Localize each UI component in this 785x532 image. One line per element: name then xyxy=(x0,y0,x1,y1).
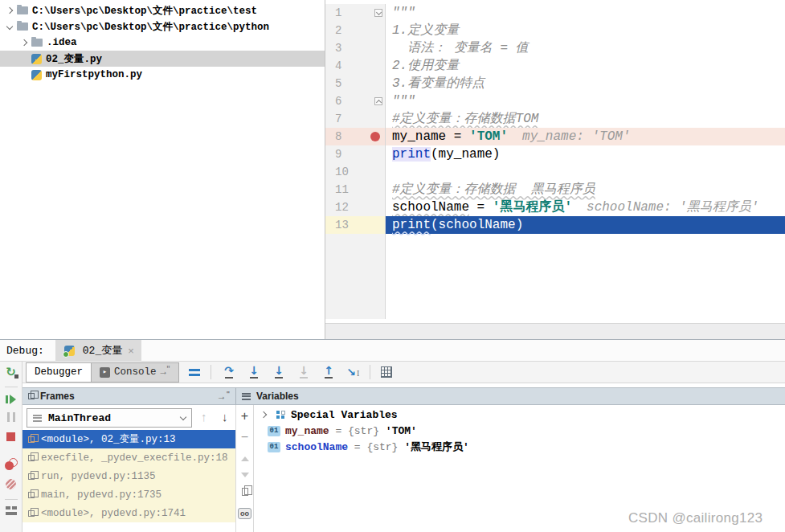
line-gutter[interactable]: 3 xyxy=(325,39,386,57)
rerun-debug-icon[interactable]: ↻ xyxy=(6,366,16,379)
hide-panel-icon[interactable] xyxy=(217,391,230,402)
duplicate-watch-icon[interactable] xyxy=(242,488,248,496)
variable-row[interactable]: 01my_name = {str} 'TOM' xyxy=(254,423,785,439)
tab-console[interactable]: ▸ Console xyxy=(91,362,179,383)
fold-marker-icon[interactable] xyxy=(374,97,382,105)
variable-row[interactable]: 01schoolName = {str} '黑马程序员' xyxy=(254,439,785,455)
tree-item-label: myFirstpython.py xyxy=(46,69,147,80)
line-gutter[interactable]: 5 xyxy=(325,75,386,92)
debug-tool-window: Debug: 02_变量 × ↻ Debugger ▸ Console ↷↓↓↓… xyxy=(0,339,785,532)
tab-debugger-label: Debugger xyxy=(35,366,83,378)
thread-selector[interactable]: MainThread xyxy=(27,408,192,428)
frames-panel: MainThread ↑ ↓ <module>, 02_变量.py:13exec… xyxy=(22,405,236,532)
editor-line: 53.看变量的特点 xyxy=(325,75,785,92)
close-icon[interactable]: × xyxy=(128,346,134,356)
view-breakpoints-icon[interactable] xyxy=(5,458,18,470)
tree-item[interactable]: 02_变量.py xyxy=(0,51,325,67)
stack-frame[interactable]: main, pydevd.py:1735 xyxy=(22,485,236,504)
add-watch-icon[interactable]: + xyxy=(241,410,248,423)
variable-value: 'TOM' xyxy=(386,425,417,437)
frames-header-label: Frames xyxy=(40,391,75,402)
code-line[interactable]: 2.使用变量 xyxy=(386,57,785,75)
tree-item[interactable]: myFirstpython.py xyxy=(0,67,325,83)
line-gutter[interactable]: 11 xyxy=(325,181,386,198)
variables-list: 01my_name = {str} 'TOM'01schoolName = {s… xyxy=(254,423,785,455)
debug-label: Debug: xyxy=(6,345,44,357)
restore-layout-icon[interactable] xyxy=(6,506,17,515)
previous-frame-icon[interactable]: ↑ xyxy=(201,410,207,424)
inline-debug-hint: my_name: 'TOM' xyxy=(522,129,630,144)
line-gutter[interactable]: 10 xyxy=(325,163,386,181)
resume-program-icon[interactable] xyxy=(6,395,16,404)
line-gutter[interactable]: 1 xyxy=(325,4,386,22)
stack-frame[interactable]: run, pydevd.py:1135 xyxy=(22,467,236,485)
code-line[interactable]: #定义变量：存储数据 黑马程序员 xyxy=(386,181,785,198)
line-gutter[interactable]: 7 xyxy=(325,110,386,128)
chevron-down-icon[interactable] xyxy=(3,24,15,29)
move-watch-down-icon[interactable] xyxy=(241,473,249,477)
line-gutter[interactable]: 2 xyxy=(325,22,386,39)
code-line[interactable]: 3.看变量的特点 xyxy=(386,75,785,92)
move-watch-up-icon[interactable] xyxy=(241,456,249,461)
line-gutter[interactable]: 4 xyxy=(325,57,386,75)
code-line[interactable]: my_name = 'TOM'my_name: 'TOM' xyxy=(386,128,785,145)
mute-breakpoints-icon[interactable] xyxy=(6,479,16,489)
pycharm-window: C:\Users\pc\Desktop\文件\practice\testC:\U… xyxy=(0,0,785,532)
step-out-icon[interactable]: ↑ xyxy=(321,366,336,379)
tree-item-label: C:\Users\pc\Desktop\文件\practice\test xyxy=(32,4,262,18)
fold-marker-icon[interactable] xyxy=(374,9,382,17)
code-line[interactable]: 语法： 变量名 = 值 xyxy=(386,39,785,57)
code-line[interactable] xyxy=(386,163,785,181)
force-step-into-icon[interactable]: ↓ xyxy=(272,366,286,379)
editor-horizontal-scrollbar[interactable] xyxy=(325,323,785,339)
tab-debugger[interactable]: Debugger xyxy=(26,362,91,383)
code-line[interactable]: print(my_name) xyxy=(386,145,785,163)
frame-icon xyxy=(28,510,35,517)
line-gutter[interactable]: 6 xyxy=(325,92,386,110)
tree-item[interactable]: C:\Users\pc\Desktop\文件\practice\python xyxy=(0,18,325,35)
debug-session-tab[interactable]: 02_变量 × xyxy=(55,340,141,362)
line-gutter[interactable]: 9 xyxy=(325,145,386,163)
pause-program-icon[interactable] xyxy=(7,412,15,422)
step-into-icon[interactable]: ↓ xyxy=(247,366,261,379)
stack-frame[interactable]: <module>, 02_变量.py:13 xyxy=(22,430,236,448)
variables-panel-header: Variables xyxy=(236,387,785,405)
remove-watch-icon[interactable]: − xyxy=(241,432,248,443)
editor-line: 9print(my_name) xyxy=(325,145,785,163)
code-filler[interactable] xyxy=(386,234,785,319)
debug-toolbar: Debugger ▸ Console ↷↓↓↓↑↘I xyxy=(22,362,785,383)
editor-filler xyxy=(325,234,785,319)
line-gutter[interactable]: 8 xyxy=(325,128,386,145)
line-gutter[interactable]: 12 xyxy=(325,198,386,216)
code-line[interactable]: schoolName = '黑马程序员'schoolName: '黑马程序员' xyxy=(386,198,785,216)
frames-icon xyxy=(28,393,35,399)
tree-item[interactable]: .idea xyxy=(0,35,325,51)
stack-frame[interactable]: execfile, _pydev_execfile.py:18 xyxy=(22,448,236,467)
stop-icon[interactable] xyxy=(6,432,15,441)
next-frame-icon[interactable]: ↓ xyxy=(222,410,228,424)
line-gutter[interactable]: 13 xyxy=(325,216,386,234)
stack-frame[interactable]: <module>, pydevd.py:1741 xyxy=(22,504,236,522)
special-variables-row[interactable]: Special Variables xyxy=(254,407,785,423)
show-watches-icon[interactable]: oo xyxy=(238,508,251,519)
code-line[interactable]: """ xyxy=(386,92,785,110)
chevron-right-icon[interactable] xyxy=(18,40,30,45)
python-run-icon xyxy=(64,346,75,356)
run-to-cursor-icon[interactable]: ↘I xyxy=(346,367,359,378)
chevron-right-icon[interactable] xyxy=(3,8,15,13)
step-over-icon[interactable]: ↷ xyxy=(222,366,236,379)
breakpoint-icon[interactable] xyxy=(370,132,380,141)
code-line[interactable]: 1.定义变量 xyxy=(386,22,785,39)
chevron-down-icon xyxy=(180,413,186,419)
tree-item-label: .idea xyxy=(47,37,82,48)
show-execution-point-icon[interactable] xyxy=(189,367,200,378)
evaluate-expression-icon[interactable] xyxy=(381,366,392,378)
step-out-code-block-icon[interactable]: ↓ xyxy=(296,366,311,379)
tree-item[interactable]: C:\Users\pc\Desktop\文件\practice\test xyxy=(0,2,325,18)
chevron-right-icon[interactable] xyxy=(260,411,267,418)
code-line[interactable]: #定义变量：存储数据TOM xyxy=(386,110,785,128)
line-number: 1 xyxy=(335,6,341,19)
line-number: 2 xyxy=(335,24,341,37)
code-line[interactable]: print(schoolName) xyxy=(386,216,785,234)
code-line[interactable]: """ xyxy=(386,4,785,22)
